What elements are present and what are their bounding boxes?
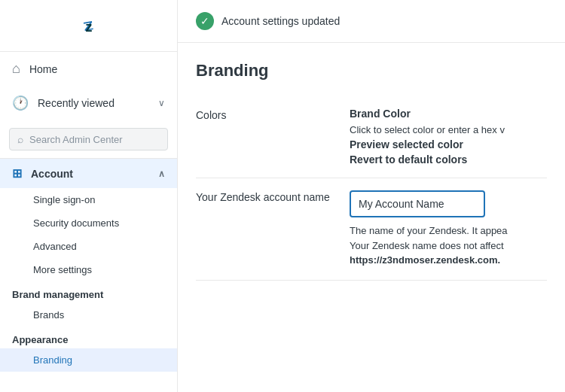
notification-bar: ✓ Account settings updated xyxy=(178,0,565,43)
colors-settings-row: Colors Brand Color Click to select color… xyxy=(196,99,547,178)
sidebar-item-branding[interactable]: Branding xyxy=(0,348,177,372)
zendesk-logo-icon: z xyxy=(74,12,104,42)
revert-to-default-colors-label[interactable]: Revert to default colors xyxy=(350,153,547,166)
sidebar-logo-area: z xyxy=(0,0,177,52)
single-sign-on-label: Single sign-on xyxy=(33,194,95,205)
account-name-label: Your Zendesk account name xyxy=(196,190,331,268)
appearance-label: Appearance xyxy=(12,334,68,345)
content-area: Branding Colors Brand Color Click to sel… xyxy=(178,43,565,299)
account-name-row: Your Zendesk account name The name of yo… xyxy=(196,178,547,281)
notification-text: Account settings updated xyxy=(221,15,340,27)
brand-management-label: Brand management xyxy=(12,289,103,300)
search-input-wrapper: ⌕ xyxy=(9,128,168,150)
sidebar-item-home[interactable]: ⌂ Home xyxy=(0,52,177,86)
sidebar-item-recently-viewed[interactable]: 🕐 Recently viewed ∨ xyxy=(0,86,177,120)
brands-label: Brands xyxy=(33,309,64,321)
account-section-label: Account xyxy=(31,168,158,180)
search-container: ⌕ xyxy=(0,120,177,159)
account-name-content: The name of your Zendesk. It appea Your … xyxy=(350,190,547,268)
clock-icon: 🕐 xyxy=(12,95,29,111)
account-name-url: https://z3ndmoser.zendesk.com. xyxy=(350,254,500,266)
success-icon: ✓ xyxy=(196,12,214,30)
sidebar-item-advanced[interactable]: Advanced xyxy=(0,235,177,258)
colors-content: Brand Color Click to select color or ent… xyxy=(350,108,547,169)
sidebar: z ⌂ Home 🕐 Recently viewed ∨ ⌕ ⊞ Account… xyxy=(0,0,178,392)
recently-viewed-label: Recently viewed xyxy=(38,97,158,109)
brand-management-header: Brand management xyxy=(0,281,177,303)
main-content: ✓ Account settings updated Branding Colo… xyxy=(178,0,565,392)
svg-text:z: z xyxy=(85,20,92,35)
branding-label: Branding xyxy=(33,354,72,366)
security-documents-label: Security documents xyxy=(33,217,119,229)
sidebar-item-security-documents[interactable]: Security documents xyxy=(0,211,177,235)
brand-color-desc: Click to select color or enter a hex v xyxy=(350,124,547,135)
preview-selected-color-label[interactable]: Preview selected color xyxy=(350,138,547,150)
appearance-header: Appearance xyxy=(0,327,177,348)
sidebar-section-account[interactable]: ⊞ Account ∧ xyxy=(0,159,177,188)
page-title: Branding xyxy=(196,61,547,81)
account-name-desc: The name of your Zendesk. It appea Your … xyxy=(350,223,547,268)
account-icon: ⊞ xyxy=(12,166,22,181)
account-name-desc-line2: Your Zendesk name does not affect xyxy=(350,240,504,251)
sidebar-item-brands[interactable]: Brands xyxy=(0,303,177,327)
account-chevron-up-icon: ∧ xyxy=(158,169,165,179)
home-icon: ⌂ xyxy=(12,61,20,77)
sidebar-item-more-settings[interactable]: More settings xyxy=(0,258,177,281)
search-input[interactable] xyxy=(29,134,160,145)
more-settings-label: More settings xyxy=(33,264,92,275)
account-name-desc-line1: The name of your Zendesk. It appea xyxy=(350,225,508,236)
sidebar-item-single-sign-on[interactable]: Single sign-on xyxy=(0,188,177,211)
chevron-down-icon: ∨ xyxy=(158,98,165,108)
home-label: Home xyxy=(29,63,165,75)
advanced-label: Advanced xyxy=(33,241,77,252)
account-name-input[interactable] xyxy=(350,190,485,217)
brand-color-title: Brand Color xyxy=(350,108,547,120)
colors-label: Colors xyxy=(196,108,331,169)
search-icon: ⌕ xyxy=(17,133,23,145)
